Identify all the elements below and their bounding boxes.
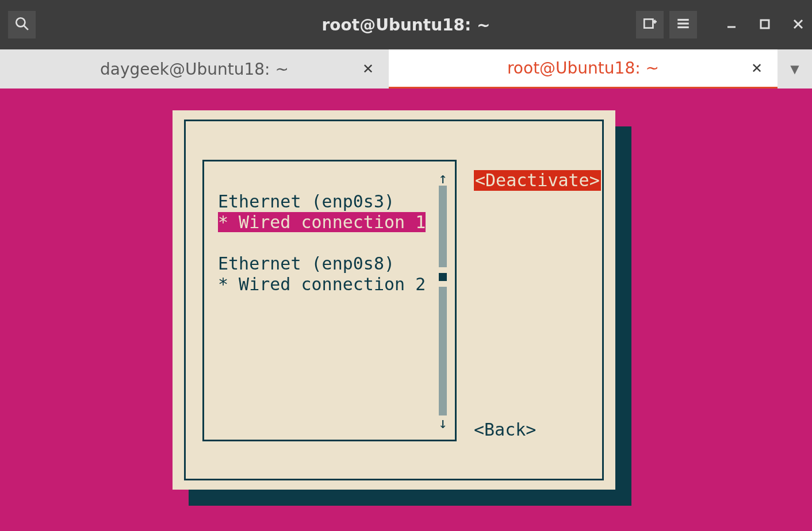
terminal-viewport: Ethernet (enp0s3) * Wired connection 1 E…	[0, 88, 812, 531]
scroll-gap	[439, 281, 447, 287]
svg-rect-2	[644, 19, 653, 28]
connection-listbox[interactable]: Ethernet (enp0s3) * Wired connection 1 E…	[202, 160, 457, 441]
svg-line-1	[24, 25, 28, 30]
svg-point-0	[16, 18, 25, 26]
interface-header: Ethernet (enp0s3)	[218, 191, 394, 211]
scroll-track	[439, 186, 447, 415]
new-tab-icon	[642, 16, 657, 33]
close-button[interactable]	[792, 18, 804, 32]
scroll-thumb-segment	[439, 287, 447, 415]
chevron-down-icon: ▼	[790, 62, 799, 76]
svg-rect-9	[761, 20, 769, 28]
scroll-thumb-segment	[439, 186, 447, 267]
tab-strip: daygeek@Ubuntu18: ~ ✕ root@Ubuntu18: ~ ✕…	[0, 49, 812, 88]
connection-list: Ethernet (enp0s3) * Wired connection 1 E…	[218, 171, 426, 315]
close-icon	[793, 18, 803, 32]
tab-close-button[interactable]: ✕	[751, 60, 763, 76]
tab-label: root@Ubuntu18: ~	[507, 59, 659, 78]
hamburger-icon	[676, 16, 691, 33]
tabs-dropdown-button[interactable]: ▼	[777, 49, 812, 88]
interface-header: Ethernet (enp0s8)	[218, 253, 394, 274]
maximize-button[interactable]	[759, 18, 771, 32]
window-titlebar: root@Ubuntu18: ~	[0, 0, 812, 49]
nmtui-dialog: Ethernet (enp0s3) * Wired connection 1 E…	[173, 110, 615, 490]
connection-item[interactable]: * Wired connection 2	[218, 274, 426, 294]
close-icon: ✕	[362, 61, 374, 77]
tab-close-button[interactable]: ✕	[362, 61, 374, 77]
tab-root[interactable]: root@Ubuntu18: ~ ✕	[389, 49, 777, 88]
minimize-button[interactable]	[726, 18, 737, 32]
tab-label: daygeek@Ubuntu18: ~	[100, 60, 289, 79]
list-scrollbar[interactable]: ↑ ↓	[438, 171, 448, 430]
minimize-icon	[726, 18, 737, 32]
scroll-gap	[439, 267, 447, 273]
scroll-marker	[439, 273, 447, 281]
menu-button[interactable]	[669, 11, 697, 39]
connection-item-selected[interactable]: * Wired connection 1	[218, 212, 426, 232]
new-tab-button[interactable]	[636, 11, 664, 39]
search-button[interactable]	[8, 11, 36, 39]
close-icon: ✕	[751, 60, 763, 76]
search-icon	[14, 16, 29, 33]
tab-daygeek[interactable]: daygeek@Ubuntu18: ~ ✕	[0, 49, 389, 88]
scroll-up-arrow[interactable]: ↑	[438, 171, 447, 186]
deactivate-button[interactable]: <Deactivate>	[474, 170, 601, 191]
back-button[interactable]: <Back>	[474, 420, 536, 440]
scroll-down-arrow[interactable]: ↓	[438, 415, 447, 430]
maximize-icon	[760, 18, 770, 32]
